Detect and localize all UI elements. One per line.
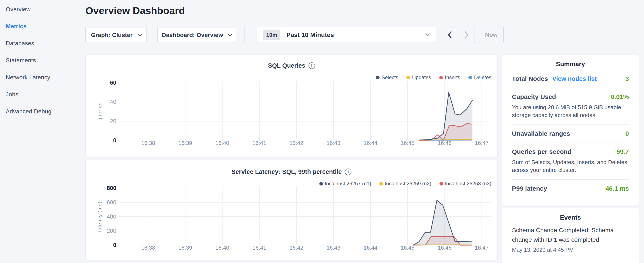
- summary-row-value: 3: [625, 75, 629, 82]
- service-latency-card: Service Latency: SQL, 99th percentile i …: [86, 160, 498, 260]
- chevron-down-icon: [137, 32, 142, 36]
- svg-text:600: 600: [107, 199, 116, 205]
- svg-text:16:41: 16:41: [252, 244, 266, 251]
- chart-title-text: Service Latency: SQL, 99th percentile: [232, 168, 342, 175]
- summary-panel: Summary Total NodesView nodes list3Capac…: [502, 55, 639, 206]
- legend-label: localhost:26259 (n2): [385, 181, 431, 187]
- svg-text:16:46: 16:46: [438, 244, 452, 251]
- svg-text:200: 200: [107, 228, 116, 234]
- y-axis-title: latency (ms): [96, 185, 103, 248]
- svg-text:16:38: 16:38: [141, 140, 155, 146]
- legend-dot-icon: [439, 76, 443, 79]
- legend-dot-icon: [468, 76, 472, 79]
- legend-label: Deletes: [474, 75, 491, 80]
- event-message[interactable]: Schema Change Completed: Schema change w…: [512, 225, 629, 244]
- now-button[interactable]: Now: [479, 27, 504, 43]
- svg-text:60: 60: [110, 80, 116, 86]
- legend-item[interactable]: Deletes: [468, 75, 491, 80]
- sidebar: OverviewMetricsDatabasesStatementsNetwor…: [0, 0, 86, 263]
- chart-title: Service Latency: SQL, 99th percentile i: [86, 168, 497, 175]
- time-range-selector[interactable]: 10m Past 10 Minutes: [257, 27, 436, 43]
- chart-legend: SelectsUpdatesInsertsDeletes: [368, 75, 492, 80]
- sidebar-nav-list: OverviewMetricsDatabasesStatementsNetwor…: [0, 0, 86, 120]
- overview-dashboard-page: { "sidebar": { "items": [ {"label": "Ove…: [0, 0, 644, 263]
- svg-text:0: 0: [113, 137, 116, 144]
- legend-label: Updates: [412, 75, 431, 80]
- dashboard-dropdown[interactable]: Dashboard: Overview: [157, 27, 236, 43]
- summary-row-label: P99 latency: [512, 185, 547, 192]
- summary-title: Summary: [502, 60, 639, 68]
- time-range-label: Past 10 Minutes: [286, 32, 334, 39]
- sidebar-item-network-latency[interactable]: Network Latency: [0, 69, 86, 86]
- info-icon[interactable]: i: [308, 62, 315, 69]
- summary-row-value: 0.01%: [611, 93, 629, 100]
- legend-item[interactable]: Selects: [376, 75, 398, 80]
- svg-text:16:40: 16:40: [216, 140, 229, 146]
- legend-item[interactable]: localhost:26257 (n1): [319, 181, 371, 187]
- legend-label: Selects: [382, 75, 398, 80]
- sql-queries-card: SQL Queries i SelectsUpdatesInsertsDelet…: [86, 55, 498, 158]
- chevron-down-icon: [425, 33, 430, 37]
- summary-row-label: Capacity Used: [512, 93, 556, 100]
- time-pager: [442, 27, 475, 43]
- svg-text:16:47: 16:47: [475, 244, 488, 251]
- graph-dropdown-label: Graph: Cluster: [91, 32, 132, 39]
- summary-row-description: You are using 28.6 MiB of 515.9 GiB usab…: [512, 103, 629, 119]
- svg-text:16:41: 16:41: [252, 140, 266, 146]
- svg-text:16:44: 16:44: [364, 244, 378, 251]
- summary-rows: Total NodesView nodes list3Capacity Used…: [502, 70, 639, 197]
- svg-text:16:43: 16:43: [326, 140, 340, 146]
- legend-dot-icon: [440, 182, 443, 185]
- chart-legend: localhost:26257 (n1)localhost:26259 (n2)…: [311, 181, 491, 187]
- summary-row-label: Total Nodes: [512, 75, 548, 82]
- svg-text:16:45: 16:45: [401, 140, 414, 146]
- events-title: Events: [502, 214, 639, 221]
- legend-dot-icon: [406, 76, 410, 79]
- svg-text:20: 20: [110, 118, 116, 124]
- svg-text:400: 400: [107, 213, 116, 220]
- svg-text:0: 0: [113, 242, 116, 248]
- svg-text:16:47: 16:47: [475, 140, 488, 146]
- summary-row-value: 46.1 ms: [606, 185, 629, 192]
- summary-row: P99 latency46.1 ms: [512, 179, 629, 197]
- sidebar-item-metrics[interactable]: Metrics: [0, 18, 86, 35]
- sql-queries-chart: 16:3816:3916:4016:4116:4216:4316:4416:45…: [86, 55, 498, 158]
- summary-row-description: Sum of Selects, Updates, Inserts, and De…: [512, 158, 629, 174]
- legend-item[interactable]: localhost:26259 (n2): [379, 181, 431, 187]
- svg-text:16:39: 16:39: [178, 140, 192, 146]
- graph-dropdown[interactable]: Graph: Cluster: [86, 27, 147, 43]
- next-time-button[interactable]: [458, 27, 475, 43]
- sidebar-item-databases[interactable]: Databases: [0, 35, 86, 52]
- page-title: Overview Dashboard: [86, 5, 185, 16]
- summary-row: Unavailable ranges0: [512, 124, 629, 143]
- chart-title: SQL Queries i: [86, 62, 497, 69]
- summary-row-label: Unavailable ranges: [512, 130, 570, 137]
- summary-row: Queries per second59.7Sum of Selects, Up…: [512, 143, 629, 179]
- dashboard-dropdown-label: Dashboard: Overview: [162, 32, 223, 39]
- legend-dot-icon: [319, 182, 323, 185]
- controls-divider: [244, 26, 245, 43]
- view-nodes-list-link[interactable]: View nodes list: [552, 75, 596, 82]
- summary-row-label: Queries per second: [512, 148, 572, 155]
- svg-text:16:42: 16:42: [290, 140, 304, 146]
- prev-time-button[interactable]: [442, 27, 458, 43]
- legend-dot-icon: [379, 182, 383, 185]
- sidebar-item-statements[interactable]: Statements: [0, 52, 86, 69]
- event-timestamp: May 13, 2020 at 4:45 PM: [512, 247, 629, 253]
- chart-title-text: SQL Queries: [268, 62, 305, 69]
- svg-text:16:46: 16:46: [438, 140, 452, 146]
- chevron-left-icon: [448, 31, 452, 39]
- legend-item[interactable]: localhost:26258 (n3): [440, 181, 491, 187]
- summary-row: Total NodesView nodes list3: [512, 70, 629, 88]
- legend-item[interactable]: Inserts: [439, 75, 460, 80]
- legend-label: localhost:26257 (n1): [325, 181, 371, 187]
- summary-row-value: 59.7: [616, 148, 629, 155]
- sidebar-item-overview[interactable]: Overview: [0, 1, 86, 18]
- time-range-badge: 10m: [263, 30, 280, 40]
- summary-row: Capacity Used0.01%You are using 28.6 MiB…: [512, 88, 629, 124]
- svg-text:16:40: 16:40: [216, 244, 229, 251]
- sidebar-item-jobs[interactable]: Jobs: [0, 86, 86, 103]
- legend-item[interactable]: Updates: [406, 75, 431, 80]
- info-icon[interactable]: i: [345, 168, 352, 175]
- sidebar-item-advanced-debug[interactable]: Advanced Debug: [0, 103, 86, 120]
